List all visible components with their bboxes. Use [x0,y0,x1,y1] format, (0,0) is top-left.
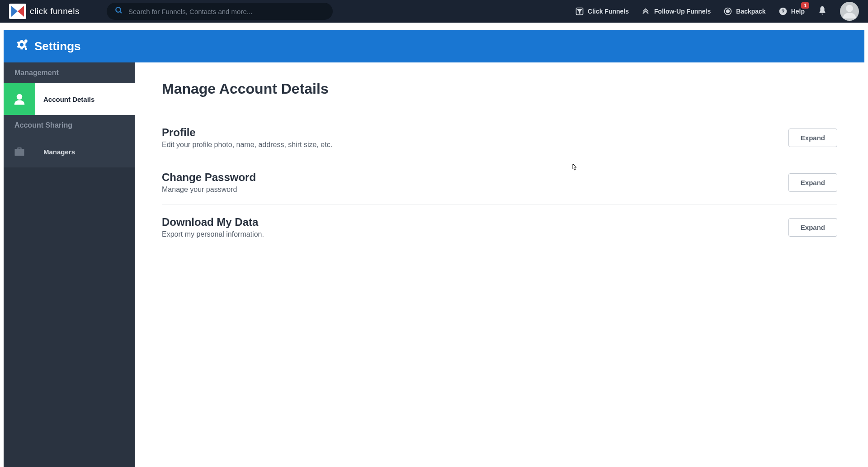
sidebar-item-account-details[interactable]: Account Details [4,83,135,115]
notifications-icon[interactable] [817,5,827,17]
svg-point-7 [846,5,853,12]
section-change-password: Change Password Manage your password Exp… [162,160,837,205]
topnav-right: Click Funnels Follow-Up Funnels Backpack [575,2,859,21]
svg-text:?: ? [781,8,784,14]
help-icon: ? [778,7,788,16]
svg-point-10 [17,94,23,100]
sidebar: Management Account Details Account Shari… [4,62,135,467]
expand-download-button[interactable]: Expand [788,218,837,237]
sidebar-item-label: Account Details [35,95,94,103]
nav-label: Help [791,8,805,15]
svg-point-9 [25,48,27,50]
search-icon [115,6,123,16]
expand-profile-button[interactable]: Expand [788,129,837,147]
user-icon [4,83,35,115]
sidebar-item-managers[interactable]: Managers [4,136,135,167]
svg-line-1 [120,11,122,13]
settings-title: Settings [34,39,81,53]
logo[interactable]: click funnels [9,4,80,19]
section-profile: Profile Edit your profile photo, name, a… [162,115,837,160]
sidebar-section-management: Management [4,62,135,83]
nav-follow-up[interactable]: Follow-Up Funnels [642,7,711,16]
section-desc: Manage your password [162,186,788,194]
section-title: Download My Data [162,216,788,229]
nav-click-funnels[interactable]: Click Funnels [575,7,629,16]
nav-backpack[interactable]: Backpack [723,7,765,16]
gears-icon [14,38,29,54]
nav-help[interactable]: ? Help 1 [778,7,805,16]
content: Manage Account Details Profile Edit your… [135,62,864,467]
search-box[interactable] [107,3,333,20]
sidebar-section-account-sharing: Account Sharing [4,115,135,136]
nav-label: Click Funnels [588,8,629,15]
section-title: Profile [162,126,788,139]
logo-icon [9,4,26,19]
top-navigation: click funnels Click Funnels [0,0,868,23]
section-title: Change Password [162,171,788,184]
nav-label: Follow-Up Funnels [654,8,711,15]
sidebar-item-label: Managers [35,148,75,156]
page-title: Manage Account Details [162,81,837,97]
followup-icon [642,7,651,16]
briefcase-icon [4,136,35,167]
logo-text: click funnels [30,6,80,16]
section-desc: Export my personal information. [162,230,788,238]
svg-point-0 [116,7,121,12]
funnel-icon [575,7,584,16]
svg-point-8 [24,39,28,43]
svg-point-4 [726,10,730,13]
section-download-data: Download My Data Export my personal info… [162,205,837,249]
help-badge: 1 [801,2,809,9]
nav-label: Backpack [736,8,765,15]
avatar[interactable] [840,2,859,21]
section-desc: Edit your profile photo, name, address, … [162,141,788,149]
search-input[interactable] [128,8,325,15]
settings-header: Settings [4,30,864,62]
backpack-icon [723,7,732,16]
expand-password-button[interactable]: Expand [788,173,837,192]
